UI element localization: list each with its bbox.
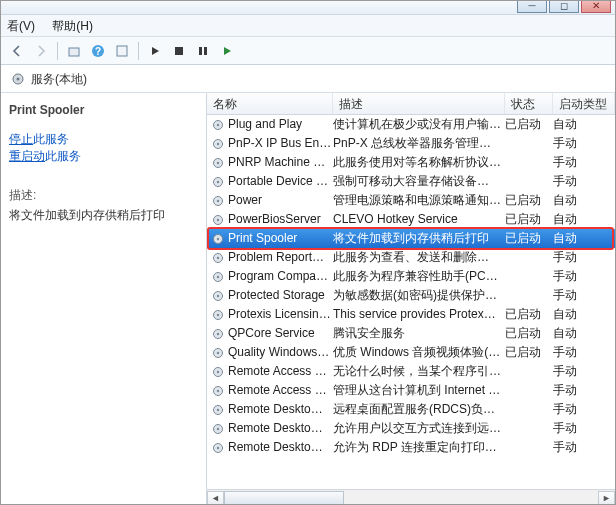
- svg-point-26: [217, 256, 219, 258]
- table-row[interactable]: QPCore Service腾讯安全服务已启动自动: [207, 324, 615, 343]
- svg-point-32: [217, 313, 219, 315]
- service-state: [505, 286, 553, 305]
- minimize-button[interactable]: ─: [517, 0, 547, 13]
- table-row[interactable]: Program Compa…此服务为程序兼容性助手(PCA)…手动: [207, 267, 615, 286]
- stop-service-button[interactable]: [169, 41, 189, 61]
- service-startup: 自动: [553, 191, 615, 210]
- svg-point-20: [217, 199, 219, 201]
- column-name[interactable]: 名称: [207, 93, 333, 114]
- table-row[interactable]: PowerBiosServerCLEVO Hotkey Service已启动自动: [207, 210, 615, 229]
- maximize-button[interactable]: ◻: [549, 0, 579, 13]
- table-row[interactable]: Plug and Play使计算机在极少或没有用户输…已启动自动: [207, 115, 615, 134]
- table-row[interactable]: Print Spooler将文件加载到内存供稍后打印已启动自动: [207, 229, 615, 248]
- forward-button[interactable]: [31, 41, 51, 61]
- close-button[interactable]: ✕: [581, 0, 611, 13]
- service-state: [505, 267, 553, 286]
- service-startup: 手动: [553, 267, 615, 286]
- service-state: 已启动: [505, 343, 553, 362]
- tree-node-services-local[interactable]: 服务(本地): [1, 65, 615, 93]
- restart-service-link[interactable]: 重启动此服务: [9, 148, 196, 165]
- table-row[interactable]: Remote Deskto…允许用户以交互方式连接到远…手动: [207, 419, 615, 438]
- column-description[interactable]: 描述: [333, 93, 505, 114]
- service-startup: 手动: [553, 400, 615, 419]
- service-state: [505, 248, 553, 267]
- column-state[interactable]: 状态: [505, 93, 553, 114]
- service-description: 为敏感数据(如密码)提供保护…: [333, 286, 505, 305]
- column-startup[interactable]: 启动类型: [553, 93, 615, 114]
- table-row[interactable]: PNRP Machine …此服务使用对等名称解析协议…手动: [207, 153, 615, 172]
- service-name: Plug and Play: [228, 115, 302, 134]
- svg-rect-5: [175, 47, 183, 55]
- service-description: 将文件加载到内存供稍后打印: [333, 229, 505, 248]
- scroll-thumb[interactable]: [224, 491, 344, 506]
- properties-button[interactable]: [64, 41, 84, 61]
- svg-point-12: [217, 123, 219, 125]
- service-startup: 手动: [553, 134, 615, 153]
- horizontal-scrollbar[interactable]: ◄ ►: [207, 489, 615, 505]
- svg-point-28: [217, 275, 219, 277]
- restart-service-button[interactable]: [217, 41, 237, 61]
- table-row[interactable]: Portable Device …强制可移动大容量存储设备…手动: [207, 172, 615, 191]
- table-row[interactable]: Quality Windows…优质 Windows 音频视频体验(…已启动手动: [207, 343, 615, 362]
- service-description: 远程桌面配置服务(RDCS)负责…: [333, 400, 505, 419]
- description-label: 描述:: [9, 187, 196, 204]
- back-button[interactable]: [7, 41, 27, 61]
- svg-point-22: [217, 218, 219, 220]
- table-row[interactable]: Remote Access …无论什么时候，当某个程序引…手动: [207, 362, 615, 381]
- service-state: 已启动: [505, 305, 553, 324]
- table-row[interactable]: Protexis Licensin…This service provides …: [207, 305, 615, 324]
- service-state: [505, 153, 553, 172]
- service-name: QPCore Service: [228, 324, 315, 343]
- table-row[interactable]: Remote Access …管理从这台计算机到 Internet …手动: [207, 381, 615, 400]
- gear-icon: [211, 251, 225, 265]
- service-startup: 自动: [553, 305, 615, 324]
- tree-label: 服务(本地): [31, 65, 87, 93]
- service-startup: 自动: [553, 229, 615, 248]
- table-row[interactable]: Remote Deskto…远程桌面配置服务(RDCS)负责…手动: [207, 400, 615, 419]
- svg-rect-3: [117, 46, 127, 56]
- menu-bar: 看(V) 帮助(H): [1, 15, 615, 37]
- gear-icon: [211, 327, 225, 341]
- service-startup: 自动: [553, 210, 615, 229]
- table-row[interactable]: Power管理电源策略和电源策略通知…已启动自动: [207, 191, 615, 210]
- gear-icon: [211, 308, 225, 322]
- gear-icon: [211, 270, 225, 284]
- pause-service-button[interactable]: [193, 41, 213, 61]
- menu-help[interactable]: 帮助(H): [52, 19, 93, 33]
- stop-service-link[interactable]: 停止此服务: [9, 131, 196, 148]
- table-row[interactable]: Problem Report…此服务为查看、发送和删除…手动: [207, 248, 615, 267]
- service-description: 此服务为程序兼容性助手(PCA)…: [333, 267, 505, 286]
- table-row[interactable]: PnP-X IP Bus En…PnP-X 总线枚举器服务管理虚…手动: [207, 134, 615, 153]
- divider: [57, 42, 58, 60]
- service-name: Protexis Licensin…: [228, 305, 331, 324]
- help-button[interactable]: ?: [88, 41, 108, 61]
- service-name: Power: [228, 191, 262, 210]
- service-startup: 手动: [553, 438, 615, 457]
- service-name: Remote Access …: [228, 381, 327, 400]
- service-description: 腾讯安全服务: [333, 324, 505, 343]
- scroll-right-button[interactable]: ►: [598, 491, 615, 506]
- table-row[interactable]: Remote Deskto…允许为 RDP 连接重定向打印…手动: [207, 438, 615, 457]
- refresh-button[interactable]: [112, 41, 132, 61]
- service-description: 无论什么时候，当某个程序引…: [333, 362, 505, 381]
- svg-point-46: [217, 446, 219, 448]
- service-description: CLEVO Hotkey Service: [333, 210, 505, 229]
- service-state: 已启动: [505, 191, 553, 210]
- gear-icon: [211, 422, 225, 436]
- scroll-track[interactable]: [224, 491, 598, 506]
- svg-marker-4: [152, 47, 159, 55]
- service-startup: 手动: [553, 286, 615, 305]
- gear-icon: [211, 403, 225, 417]
- gear-icon: [211, 289, 225, 303]
- service-state: [505, 400, 553, 419]
- gear-icon: [211, 365, 225, 379]
- gear-icon: [211, 156, 225, 170]
- svg-point-24: [217, 237, 219, 239]
- start-service-button[interactable]: [145, 41, 165, 61]
- scroll-left-button[interactable]: ◄: [207, 491, 224, 506]
- menu-view[interactable]: 看(V): [7, 19, 35, 33]
- service-state: [505, 362, 553, 381]
- table-row[interactable]: Protected Storage为敏感数据(如密码)提供保护…手动: [207, 286, 615, 305]
- svg-point-16: [217, 161, 219, 163]
- svg-point-38: [217, 370, 219, 372]
